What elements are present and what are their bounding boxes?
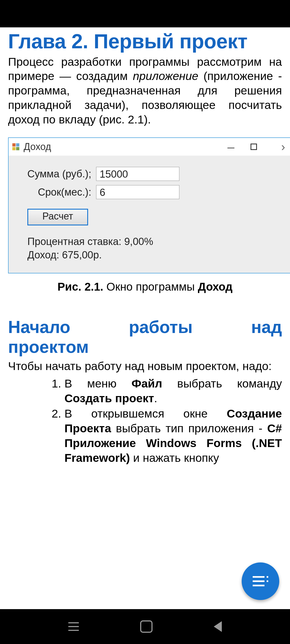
s1-b1: Файл (132, 377, 162, 390)
term-input: 6 (96, 185, 179, 199)
intro-em: приложение (133, 69, 198, 82)
contents-icon (253, 576, 268, 586)
winform-title: Доход (24, 141, 51, 152)
section-title: Начало работы над проектом (8, 317, 282, 357)
nav-home-button[interactable] (140, 620, 153, 633)
caption-fig: Рис. 2.1. (57, 280, 103, 293)
field-row-term: Срок(мес.): 6 (16, 185, 283, 199)
status-bar (0, 0, 290, 27)
fab-button[interactable] (242, 562, 279, 600)
step-2: В открывшемся окне Создание Проекта выбр… (64, 406, 282, 465)
s2-a: В открывшемся окне (64, 407, 227, 420)
nav-recent-button[interactable] (68, 622, 79, 631)
winform-body: Сумма (руб.); 15000 Срок(мес.): 6 Расчет… (9, 156, 290, 273)
result-income: Доход: 675,00р. (27, 248, 283, 262)
result-block: Процентная ставка: 9,00% Доход: 675,00р. (27, 235, 283, 262)
nav-back-button[interactable] (214, 621, 222, 632)
android-navbar (0, 609, 290, 644)
caption-bold: Доход (198, 280, 233, 293)
s1-c: . (154, 392, 157, 405)
s2-c: и нажать кнопку (130, 451, 219, 464)
sum-input: 15000 (96, 167, 179, 181)
field-row-sum: Сумма (руб.); 15000 (16, 167, 283, 181)
chevron-right-icon: › (281, 140, 285, 153)
term-label: Срок(мес.): (16, 186, 96, 198)
document-content[interactable]: Глава 2. Первый проект Процесс разработк… (0, 27, 290, 609)
maximize-icon (251, 144, 257, 150)
step-1: В меню Файл выбрать команду Создать прое… (64, 376, 282, 406)
section-intro: Чтобы начать работу над новым проектом, … (8, 359, 282, 374)
s2-b: выбрать тип приложения - (111, 422, 267, 435)
winform-titlebar: Доход › (9, 138, 290, 156)
s1-b2: Создать проект (64, 392, 154, 405)
titlebar-controls: › (227, 138, 290, 156)
winforms-app-icon (12, 143, 19, 150)
section-title-line2: проектом (8, 337, 282, 357)
section-title-line1: Начало работы над (8, 317, 282, 337)
chapter-title: Глава 2. Первый проект (8, 27, 282, 53)
intro-paragraph: Процесс разработки программы рассмотрим … (8, 55, 282, 127)
caption-text: Окно программы (103, 280, 198, 293)
sum-label: Сумма (руб.); (16, 168, 96, 180)
calc-button: Расчет (27, 209, 88, 225)
figure-winform: Доход › Сумма (руб.); 15000 Срок(мес.): … (8, 137, 290, 273)
s1-a: В меню (64, 377, 132, 390)
result-rate: Процентная ставка: 9,00% (27, 235, 283, 248)
figure-caption: Рис. 2.1. Окно программы Доход (8, 280, 282, 293)
steps-list: В меню Файл выбрать команду Создать прое… (8, 376, 282, 465)
s1-b: выбрать команду (162, 377, 282, 390)
minimize-icon (227, 148, 234, 148)
